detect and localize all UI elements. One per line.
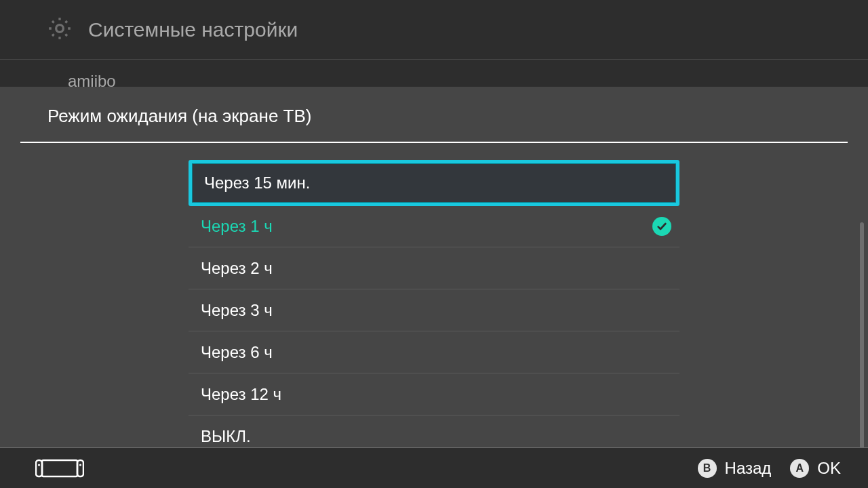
option-item[interactable]: Через 12 ч xyxy=(189,373,679,415)
option-label: Через 15 мин. xyxy=(204,174,310,192)
controller-icon xyxy=(35,458,84,479)
option-item[interactable]: Через 3 ч xyxy=(189,289,679,331)
option-label: Через 2 ч xyxy=(201,259,273,278)
option-item[interactable]: Через 6 ч xyxy=(189,331,679,373)
checkmark-icon xyxy=(652,217,671,236)
option-label: Через 12 ч xyxy=(201,385,281,404)
option-item[interactable]: ВЫКЛ. xyxy=(189,415,679,447)
option-item[interactable]: Через 15 мин. xyxy=(189,160,679,206)
svg-rect-1 xyxy=(42,460,77,476)
hint-back[interactable]: B Назад xyxy=(698,459,772,478)
page-title: Системные настройки xyxy=(88,18,298,41)
option-item[interactable]: Через 2 ч xyxy=(189,247,679,289)
hint-ok-label: OK xyxy=(817,459,841,478)
option-label: Через 3 ч xyxy=(201,301,273,320)
option-label: Через 6 ч xyxy=(201,343,273,362)
hint-ok[interactable]: A OK xyxy=(790,459,841,478)
option-list: Через 15 мин.Через 1 чЧерез 2 чЧерез 3 ч… xyxy=(189,160,679,447)
b-button-icon: B xyxy=(698,459,717,478)
a-button-icon: A xyxy=(790,459,809,478)
svg-rect-2 xyxy=(36,460,42,476)
footer-bar: B Назад A OK xyxy=(0,447,868,488)
divider xyxy=(20,142,848,143)
svg-point-5 xyxy=(79,464,81,466)
option-label: ВЫКЛ. xyxy=(201,427,251,446)
svg-rect-3 xyxy=(77,460,83,476)
gear-icon xyxy=(46,15,73,45)
modal-panel: Режим ожидания (на экране ТВ) Через 15 м… xyxy=(0,87,868,447)
option-item[interactable]: Через 1 ч xyxy=(189,205,679,247)
header: Системные настройки xyxy=(0,0,868,60)
svg-point-0 xyxy=(56,24,64,32)
hint-back-label: Назад xyxy=(725,459,772,478)
svg-point-4 xyxy=(38,464,40,466)
modal-title: Режим ожидания (на экране ТВ) xyxy=(47,106,868,127)
option-label: Через 1 ч xyxy=(201,217,273,236)
